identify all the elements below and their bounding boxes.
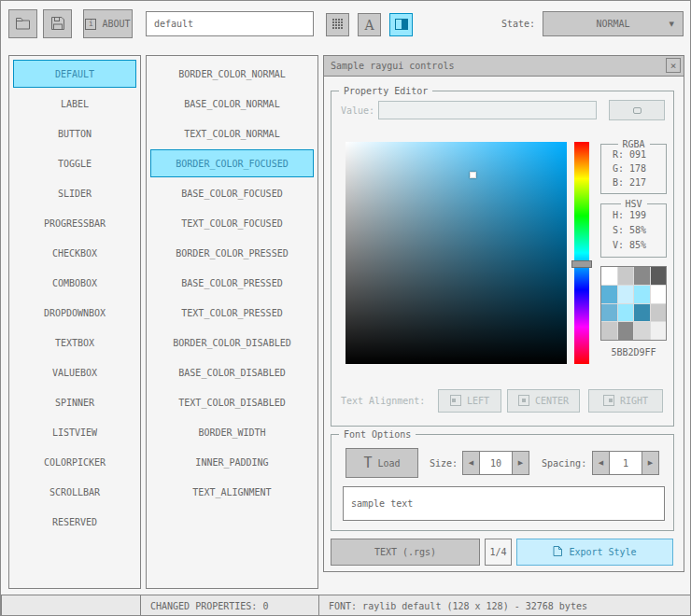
export-format-button[interactable]: TEXT (.rgs) [331, 539, 480, 566]
hsv-h-value: H: 199 [600, 210, 667, 220]
spacing-value[interactable]: 1 [609, 451, 642, 475]
list-item-default[interactable]: DEFAULT [13, 60, 136, 88]
size-increase-button[interactable]: ▶ [512, 451, 529, 475]
spacing-decrease-button[interactable]: ◀ [592, 451, 610, 475]
list-item-border_color_disabled[interactable]: BORDER_COLOR_DISABLED [150, 329, 314, 357]
window-titlebar[interactable]: Sample raygui controls × [324, 56, 684, 77]
list-item-valuebox[interactable]: VALUEBOX [13, 358, 136, 386]
right-arrow-icon: ▶ [518, 459, 523, 467]
list-item-spinner[interactable]: SPINNER [13, 388, 136, 416]
palette-swatch[interactable] [618, 304, 634, 322]
list-item-label[interactable]: LABEL [13, 90, 136, 118]
list-item-listview[interactable]: LISTVIEW [13, 418, 136, 446]
palette-swatch[interactable] [601, 304, 617, 322]
palette-swatch[interactable] [634, 322, 650, 340]
align-center-label: CENTER [535, 396, 569, 406]
list-item-checkbox[interactable]: CHECKBOX [13, 239, 136, 267]
palette-swatch[interactable] [651, 286, 667, 303]
style-name-input[interactable] [146, 11, 314, 36]
status-left [1, 595, 141, 616]
list-item-border_color_focused[interactable]: BORDER_COLOR_FOCUSED [150, 149, 314, 177]
letter-t-icon: T [363, 456, 372, 470]
controls-list: DEFAULTLABELBUTTONTOGGLESLIDERPROGRESSBA… [8, 55, 141, 589]
color-picker-panel[interactable] [346, 142, 567, 364]
list-item-combobox[interactable]: COMBOBOX [13, 269, 136, 297]
sample-controls-window: Sample raygui controls × Property Editor… [323, 55, 684, 572]
list-item-dropdownbox[interactable]: DROPDOWNBOX [13, 299, 136, 327]
sample-text-box[interactable]: sample text [343, 486, 665, 521]
text-alignment-label: Text Alignment: [341, 389, 434, 413]
list-item-textbox[interactable]: TEXTBOX [13, 329, 136, 357]
list-item-progressbar[interactable]: PROGRESSBAR [13, 209, 136, 237]
spacing-increase-button[interactable]: ▶ [642, 451, 659, 475]
list-item-text_color_disabled[interactable]: TEXT_COLOR_DISABLED [150, 388, 314, 416]
size-value[interactable]: 10 [479, 451, 513, 475]
font-atlas-button[interactable]: A [358, 13, 381, 36]
palette-swatch[interactable] [618, 322, 634, 340]
about-button[interactable]: i ABOUT [83, 9, 133, 38]
load-style-button[interactable] [8, 9, 37, 38]
export-format-label: TEXT (.rgs) [374, 547, 436, 557]
palette-swatch[interactable] [618, 286, 634, 303]
list-item-base_color_focused[interactable]: BASE_COLOR_FOCUSED [150, 179, 314, 207]
list-item-text_color_focused[interactable]: TEXT_COLOR_FOCUSED [150, 209, 314, 237]
color-mode-button[interactable] [389, 13, 413, 36]
rgba-g-value: G: 178 [600, 163, 667, 174]
list-item-border_color_pressed[interactable]: BORDER_COLOR_PRESSED [150, 239, 314, 267]
color-palette [600, 266, 667, 341]
hsv-title: HSV [620, 199, 646, 209]
hue-slider-handle[interactable] [571, 260, 592, 268]
export-style-label: Export Style [569, 547, 636, 557]
list-item-text_color_pressed[interactable]: TEXT_COLOR_PRESSED [150, 299, 314, 327]
palette-swatch[interactable] [601, 286, 617, 303]
value-input[interactable] [378, 101, 597, 119]
palette-swatch[interactable] [601, 322, 617, 340]
align-center-button[interactable]: CENTER [507, 389, 580, 413]
palette-swatch[interactable] [634, 267, 650, 285]
size-decrease-button[interactable]: ◀ [462, 451, 480, 475]
palette-swatch[interactable] [651, 322, 667, 340]
font-options-title: Font Options [339, 429, 416, 440]
palette-swatch[interactable] [618, 267, 634, 285]
page-indicator-button[interactable]: 1/4 [485, 539, 512, 566]
font-load-button[interactable]: T Load [346, 448, 418, 478]
rgba-r-value: R: 091 [600, 149, 667, 160]
color-picker-cursor [470, 172, 476, 178]
align-center-icon [518, 395, 529, 408]
list-item-button[interactable]: BUTTON [13, 119, 136, 147]
list-item-scrollbar[interactable]: SCROLLBAR [13, 478, 136, 506]
align-left-icon [450, 395, 461, 408]
palette-swatch[interactable] [634, 286, 650, 303]
list-item-base_color_pressed[interactable]: BASE_COLOR_PRESSED [150, 269, 314, 297]
list-item-base_color_normal[interactable]: BASE_COLOR_NORMAL [150, 90, 314, 118]
palette-swatch[interactable] [634, 304, 650, 322]
export-style-button[interactable]: Export Style [516, 539, 673, 566]
list-item-inner_padding[interactable]: INNER_PADDING [150, 448, 314, 476]
right-arrow-icon: ▶ [648, 459, 653, 467]
rgba-values: R: 091 G: 178 B: 217 [600, 149, 667, 188]
close-icon[interactable]: × [666, 58, 681, 73]
align-left-button[interactable]: LEFT [438, 389, 501, 413]
list-item-text_alignment[interactable]: TEXT_ALIGNMENT [150, 478, 314, 506]
palette-swatch[interactable] [651, 267, 667, 285]
value-apply-button[interactable] [609, 100, 665, 120]
hue-bar[interactable] [574, 142, 589, 364]
state-dropdown[interactable]: NORMAL ▼ [543, 11, 684, 36]
style-table-button[interactable] [326, 13, 349, 36]
list-item-reserved[interactable]: RESERVED [13, 508, 136, 536]
rgba-title: RGBA [617, 139, 649, 149]
list-item-base_color_disabled[interactable]: BASE_COLOR_DISABLED [150, 358, 314, 386]
size-spinner: ◀ 10 ▶ [462, 451, 529, 475]
list-item-colorpicker[interactable]: COLORPICKER [13, 448, 136, 476]
list-item-text_color_normal[interactable]: TEXT_COLOR_NORMAL [150, 119, 314, 147]
list-item-border_color_normal[interactable]: BORDER_COLOR_NORMAL [150, 60, 314, 88]
align-right-button[interactable]: RIGHT [588, 389, 663, 413]
list-item-toggle[interactable]: TOGGLE [13, 149, 136, 177]
font-a-icon: A [364, 19, 374, 32]
palette-swatch[interactable] [651, 304, 667, 322]
list-item-border_width[interactable]: BORDER_WIDTH [150, 418, 314, 446]
save-style-button[interactable] [43, 9, 72, 38]
state-dropdown-value: NORMAL [596, 19, 629, 29]
palette-swatch[interactable] [601, 267, 617, 285]
list-item-slider[interactable]: SLIDER [13, 179, 136, 207]
